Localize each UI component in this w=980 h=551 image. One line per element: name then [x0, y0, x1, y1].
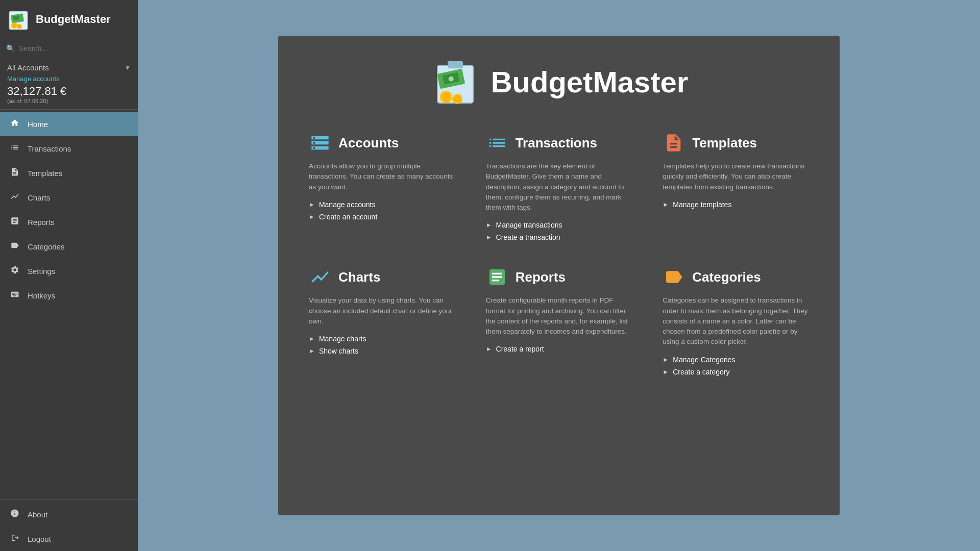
nav-menu: Home Transactions Templates Charts — [0, 110, 138, 499]
svg-point-15 — [454, 95, 461, 103]
arrow-icon: ► — [486, 234, 492, 241]
home-panel: BudgetMaster Accounts Accounts allow you… — [278, 36, 840, 515]
feature-reports: Reports Create configurable month report… — [486, 266, 632, 375]
feature-reports-desc: Create configurable month reports in PDF… — [486, 295, 632, 337]
search-icon: 🔍 — [6, 44, 15, 53]
sidebar: BudgetMaster 🔍 All Accounts ▼ Manage acc… — [0, 0, 138, 551]
feature-templates-desc: Templates help you to create new transac… — [663, 161, 809, 192]
features-grid: Accounts Accounts allow you to group mul… — [309, 132, 809, 376]
svg-point-6 — [18, 25, 21, 28]
templates-icon — [9, 167, 20, 179]
sidebar-item-reports[interactable]: Reports — [0, 210, 138, 234]
home-hero: BudgetMaster — [309, 56, 809, 107]
app-title: BudgetMaster — [36, 13, 111, 26]
create-report-link[interactable]: ► Create a report — [486, 345, 632, 353]
charts-feature-icon — [309, 266, 331, 288]
feature-accounts-desc: Accounts allow you to group multiple tra… — [309, 161, 455, 192]
feature-accounts-header: Accounts — [309, 132, 455, 154]
arrow-icon: ► — [309, 213, 315, 220]
categories-feature-icon — [663, 266, 685, 288]
manage-templates-link[interactable]: ► Manage templates — [663, 201, 809, 209]
sidebar-header: BudgetMaster — [0, 0, 138, 39]
arrow-icon: ► — [663, 201, 669, 208]
sidebar-item-home-label: Home — [28, 120, 48, 129]
sidebar-item-home[interactable]: Home — [0, 112, 138, 136]
feature-categories-links: ► Manage Categories ► Create a category — [663, 356, 809, 376]
feature-templates-title: Templates — [692, 135, 757, 151]
manage-accounts-link[interactable]: ► Manage accounts — [309, 201, 455, 209]
sidebar-item-transactions-label: Transactions — [28, 144, 71, 153]
sidebar-item-templates[interactable]: Templates — [0, 161, 138, 185]
create-account-link[interactable]: ► Create an account — [309, 213, 455, 221]
feature-templates-links: ► Manage templates — [663, 201, 809, 209]
charts-icon — [9, 192, 20, 203]
feature-charts: Charts Visualize your data by using char… — [309, 266, 455, 375]
about-icon — [9, 509, 20, 520]
settings-icon — [9, 265, 20, 277]
manage-charts-link[interactable]: ► Manage charts — [309, 335, 455, 343]
sidebar-item-categories[interactable]: Categories — [0, 234, 138, 259]
chevron-down-icon: ▼ — [125, 64, 131, 71]
sidebar-item-logout[interactable]: Logout — [0, 527, 138, 551]
accounts-feature-icon — [309, 132, 331, 154]
sidebar-item-templates-label: Templates — [28, 169, 62, 178]
sidebar-item-settings-label: Settings — [28, 267, 55, 276]
home-icon — [9, 118, 20, 130]
feature-templates: Templates Templates help you to create n… — [663, 132, 809, 241]
arrow-icon: ► — [486, 345, 492, 353]
feature-charts-title: Charts — [338, 269, 380, 285]
feature-reports-header: Reports — [486, 266, 632, 288]
search-input[interactable] — [19, 44, 132, 53]
arrow-icon: ► — [309, 201, 315, 208]
main-content: BudgetMaster Accounts Accounts allow you… — [138, 0, 980, 551]
arrow-icon: ► — [486, 221, 492, 229]
svg-rect-8 — [448, 61, 463, 68]
account-selector[interactable]: All Accounts ▼ — [7, 63, 131, 72]
feature-transactions-header: Transactions — [486, 132, 632, 154]
account-date: (as of: 07.06.20) — [7, 98, 131, 104]
categories-icon — [9, 241, 20, 252]
arrow-icon: ► — [309, 347, 315, 355]
feature-accounts-title: Accounts — [338, 135, 399, 151]
svg-rect-18 — [492, 277, 502, 278]
hero-logo-icon — [430, 56, 481, 107]
transactions-feature-icon — [486, 132, 508, 154]
svg-rect-17 — [492, 273, 502, 274]
feature-categories-title: Categories — [692, 269, 761, 285]
sidebar-item-transactions[interactable]: Transactions — [0, 136, 138, 161]
search-bar: 🔍 — [0, 39, 138, 58]
account-name: All Accounts — [7, 63, 49, 72]
feature-accounts: Accounts Accounts allow you to group mul… — [309, 132, 455, 241]
sidebar-bottom: About Logout — [0, 499, 138, 551]
reports-icon — [9, 216, 20, 228]
feature-reports-links: ► Create a report — [486, 345, 632, 353]
arrow-icon: ► — [309, 335, 315, 342]
manage-accounts-sidebar-link[interactable]: Manage accounts — [7, 75, 131, 83]
svg-point-13 — [442, 93, 450, 101]
feature-transactions-desc: Transactions are the key element of Budg… — [486, 161, 632, 213]
sidebar-item-settings[interactable]: Settings — [0, 259, 138, 283]
sidebar-item-hotkeys[interactable]: Hotkeys — [0, 283, 138, 308]
app-logo-icon — [6, 7, 31, 32]
transactions-icon — [9, 143, 20, 154]
account-balance: 32,127.81 € — [7, 85, 131, 98]
feature-categories: Categories Categories can be assigned to… — [663, 266, 809, 375]
sidebar-item-charts[interactable]: Charts — [0, 185, 138, 210]
sidebar-item-reports-label: Reports — [28, 218, 55, 227]
sidebar-item-logout-label: Logout — [28, 535, 51, 543]
sidebar-item-about[interactable]: About — [0, 502, 138, 527]
create-transaction-link[interactable]: ► Create a transaction — [486, 233, 632, 241]
sidebar-item-categories-label: Categories — [28, 242, 65, 251]
feature-accounts-links: ► Manage accounts ► Create an account — [309, 201, 455, 221]
arrow-icon: ► — [663, 356, 669, 363]
show-charts-link[interactable]: ► Show charts — [309, 347, 455, 355]
feature-charts-desc: Visualize your data by using charts. You… — [309, 295, 455, 327]
manage-categories-link[interactable]: ► Manage Categories — [663, 356, 809, 364]
feature-transactions-title: Transactions — [516, 135, 597, 151]
feature-transactions-links: ► Manage transactions ► Create a transac… — [486, 221, 632, 241]
create-category-link[interactable]: ► Create a category — [663, 368, 809, 376]
svg-point-4 — [12, 23, 16, 28]
feature-templates-header: Templates — [663, 132, 809, 154]
manage-transactions-link[interactable]: ► Manage transactions — [486, 221, 632, 229]
feature-transactions: Transactions Transactions are the key el… — [486, 132, 632, 241]
